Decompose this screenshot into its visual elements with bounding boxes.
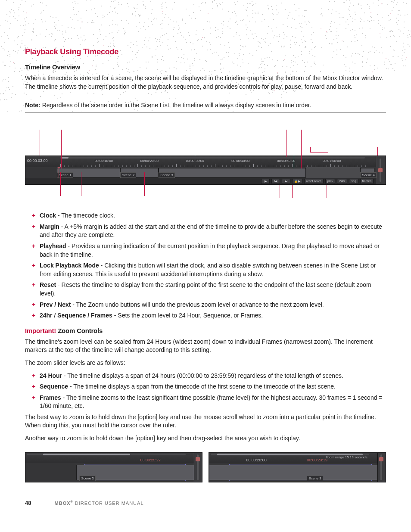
zoom-seq-button[interactable]: seq	[349, 179, 358, 184]
annot-lock-line	[307, 185, 307, 198]
important-label: Important!	[25, 327, 56, 334]
small-scene-label-right: Scene 3	[307, 476, 323, 481]
annot-zoom-line	[377, 147, 378, 156]
play-button[interactable]: ▶	[261, 179, 270, 184]
zoom-tip-2: Another way to zoom is to hold down the …	[25, 434, 386, 443]
note-callout: Note: Regardless of the scene order in t…	[25, 98, 386, 112]
small-ruler-label-right: 00:00:20:00	[246, 458, 267, 462]
ruler-tick-label: 00:00:10:00	[95, 159, 113, 163]
annot-margin-right-line	[301, 130, 302, 168]
annot-scene-line2	[144, 172, 145, 196]
subheading-overview: Timeline Overview	[25, 63, 386, 71]
list-item: Sequence - The timeline displays a span …	[32, 383, 386, 391]
timeline-scroll-thumb[interactable]	[61, 157, 68, 159]
page-number: 48	[25, 500, 31, 506]
overview-paragraph: When a timecode is entered for a scene, …	[25, 74, 386, 91]
small-ruler-right[interactable]: 00:00:20:00 00:00:23:19 Zoom range 15.13…	[209, 453, 378, 464]
timeline-track[interactable]: Scene 1Scene 2Scene 3Scene 4	[25, 167, 376, 178]
annot-margin-left-line2	[60, 172, 61, 196]
ruler-tick-label: 00:00:40:00	[231, 159, 249, 163]
list-item: 24 Hour - The timeline displays a span o…	[32, 372, 386, 380]
zoom-controls-label: Zoom Controls	[56, 327, 103, 334]
lock-playback-button[interactable]: 🔒▶	[292, 179, 302, 184]
annot-clock-line	[40, 130, 40, 156]
scene-label: Scene 4	[360, 172, 376, 178]
small-track-right[interactable]: Scene 3	[209, 463, 378, 482]
timeline-margin	[306, 167, 360, 178]
small-ruler-left[interactable]: 00:00:25:27	[25, 453, 194, 464]
ruler-tick-label: 00:00:30:00	[186, 159, 204, 163]
list-item: Frames - The timeline zooms to the least…	[32, 394, 386, 411]
small-scroll-track-left[interactable]	[27, 454, 186, 455]
zoom-slider[interactable]	[376, 156, 386, 184]
zoom-slider-thumb[interactable]	[378, 168, 383, 172]
zoom-tip-1: The best way to zoom is to hold down the…	[25, 413, 386, 430]
small-timeline-left: 00:00:25:27 Scene 3	[25, 452, 202, 482]
section-title: Playback Using Timecode	[25, 47, 386, 56]
list-item: Reset - Resets the timeline to display f…	[32, 281, 386, 298]
skip-end-button[interactable]: ▶I	[282, 179, 290, 184]
annot-margin-left-line	[61, 130, 62, 168]
small-scroll-thumb-left[interactable]	[43, 454, 130, 455]
timeline-clock: 00:00:03:00	[27, 159, 48, 163]
zoom-frames-button[interactable]: frames	[360, 179, 374, 184]
small-track-left[interactable]: Scene 3	[25, 463, 194, 482]
list-item: Playhead - Provides a running indication…	[32, 242, 386, 259]
list-item: Clock - The timecode clock.	[32, 212, 386, 220]
small-zoom-slider-right[interactable]	[377, 453, 386, 482]
small-scene-right[interactable]	[209, 465, 378, 480]
small-zoom-slider-left[interactable]	[194, 453, 202, 482]
list-item: Prev / Next - The Zoom undo buttons will…	[32, 301, 386, 309]
feature-list: Clock - The timecode clock.Margin - A +5…	[25, 212, 386, 320]
scene-label: Scene 2	[120, 172, 136, 178]
footer-product: MBOX	[55, 501, 71, 506]
small-playhead-label-right: 00:00:23:19	[307, 458, 327, 462]
timeline-scroll-track[interactable]	[60, 157, 365, 159]
zoom-paragraph-2: The zoom slider levels are as follows:	[25, 359, 386, 367]
ruler-tick-label: 00:00:20:00	[140, 159, 159, 163]
annot-play-line	[280, 185, 280, 198]
zoom-level-list: 24 Hour - The timeline displays a span o…	[25, 372, 386, 411]
zthumb-r[interactable]	[379, 457, 383, 461]
small-scene-label-left: Scene 3	[79, 476, 95, 481]
annot-reset-line	[327, 185, 327, 198]
skip-begin-button[interactable]: I◀	[271, 179, 280, 184]
scene-clip[interactable]	[159, 168, 306, 177]
annot-skip-line	[292, 185, 293, 198]
reset-zoom-button[interactable]: reset zoom	[304, 179, 324, 184]
page-footer: 48 MBOX® DIRECTOR USER MANUAL	[25, 500, 386, 506]
annot-h1	[310, 152, 328, 152]
annot-playhead-line	[286, 130, 286, 157]
list-item: 24hr / Sequence / Frames - Sets the zoom…	[32, 311, 386, 320]
scene-label: Scene 1	[57, 172, 73, 178]
timeline-ruler[interactable]: 00:00:03:00 00:00:10:0000:00:20:0000:00:…	[25, 156, 376, 168]
zoom-24hr-button[interactable]: 24hr	[337, 179, 347, 184]
annot-h1v	[310, 147, 311, 152]
annot-ruler-line	[195, 130, 195, 156]
list-item: Lock Playback Mode - Clicking this butto…	[32, 261, 386, 278]
timeline-container: 00:00:03:00 00:00:10:0000:00:20:0000:00:…	[25, 156, 386, 185]
note-label: Note:	[25, 102, 40, 109]
ruler-tick-label: 00:00:50:00	[277, 159, 295, 163]
zthumb-l[interactable]	[196, 457, 200, 461]
timeline-figure: 00:00:03:00 00:00:10:0000:00:20:0000:00:…	[25, 130, 386, 199]
note-body: Regardless of the scene order in the Sce…	[40, 102, 311, 109]
small-timeline-row: 00:00:25:27 Scene 3 00:00:20:00	[25, 452, 386, 482]
footer-rest: DIRECTOR USER MANUAL	[73, 501, 144, 506]
ruler-tick-label: 00:01:00:00	[323, 159, 341, 163]
annot-playhead-line2	[294, 130, 294, 168]
annot-scene-line	[81, 172, 81, 196]
list-item: Margin - A +5% margin is added at the st…	[32, 223, 386, 240]
playhead[interactable]	[59, 167, 59, 178]
scene-label: Scene 3	[159, 172, 174, 178]
zoom-range-label: Zoom range 15.13 seconds.	[325, 455, 368, 459]
timeline-controls: ▶ I◀ ▶I 🔒▶ reset zoom prev 24hr seq fram…	[261, 178, 376, 184]
prev-zoom-button[interactable]: prev	[325, 179, 336, 184]
subheading-zoom: Important! Zoom Controls	[25, 327, 386, 334]
zoom-paragraph-1: The timeline's zoom level can be scaled …	[25, 338, 386, 355]
small-playhead-label-left: 00:00:25:27	[140, 458, 161, 462]
small-timeline-right: 00:00:20:00 00:00:23:19 Zoom range 15.13…	[209, 452, 386, 482]
